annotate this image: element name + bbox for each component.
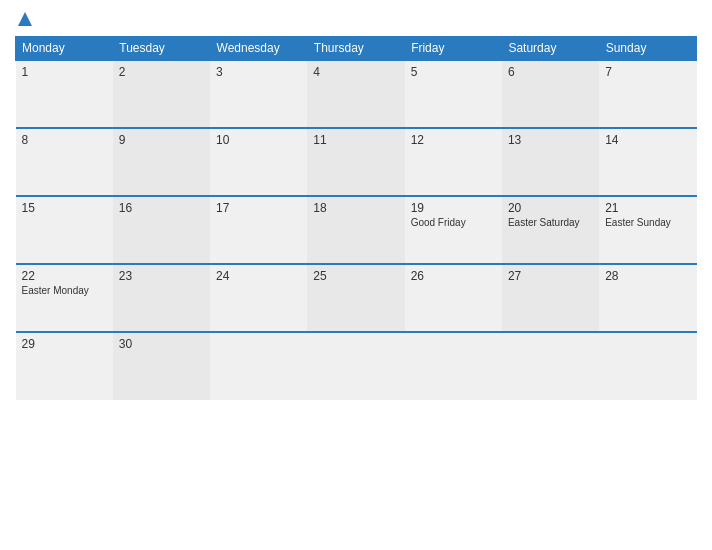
header: [15, 10, 697, 28]
calendar-cell: [502, 332, 599, 400]
holiday-name: Easter Saturday: [508, 217, 593, 229]
weekday-header: Wednesday: [210, 37, 307, 61]
calendar-cell: 19Good Friday: [405, 196, 502, 264]
calendar-cell: [210, 332, 307, 400]
calendar-cell: 21Easter Sunday: [599, 196, 696, 264]
calendar-body: 12345678910111213141516171819Good Friday…: [16, 60, 697, 400]
day-number: 12: [411, 133, 496, 147]
day-number: 4: [313, 65, 398, 79]
calendar-cell: 27: [502, 264, 599, 332]
day-number: 15: [22, 201, 107, 215]
calendar-cell: 17: [210, 196, 307, 264]
calendar-cell: 2: [113, 60, 210, 128]
calendar-cell: 4: [307, 60, 404, 128]
weekday-header: Saturday: [502, 37, 599, 61]
day-number: 22: [22, 269, 107, 283]
day-number: 24: [216, 269, 301, 283]
calendar-cell: 29: [16, 332, 113, 400]
calendar-cell: 18: [307, 196, 404, 264]
calendar-cell: 12: [405, 128, 502, 196]
day-number: 17: [216, 201, 301, 215]
calendar-table: MondayTuesdayWednesdayThursdayFridaySatu…: [15, 36, 697, 400]
day-number: 27: [508, 269, 593, 283]
day-number: 1: [22, 65, 107, 79]
day-number: 19: [411, 201, 496, 215]
calendar-week-row: 2930: [16, 332, 697, 400]
calendar-cell: 5: [405, 60, 502, 128]
holiday-name: Easter Sunday: [605, 217, 690, 229]
calendar-cell: 6: [502, 60, 599, 128]
calendar-cell: 13: [502, 128, 599, 196]
day-number: 5: [411, 65, 496, 79]
weekday-header: Tuesday: [113, 37, 210, 61]
weekday-header: Thursday: [307, 37, 404, 61]
calendar-cell: 10: [210, 128, 307, 196]
day-number: 21: [605, 201, 690, 215]
day-number: 23: [119, 269, 204, 283]
day-number: 26: [411, 269, 496, 283]
calendar-header: MondayTuesdayWednesdayThursdayFridaySatu…: [16, 37, 697, 61]
day-number: 16: [119, 201, 204, 215]
calendar-cell: [405, 332, 502, 400]
day-number: 25: [313, 269, 398, 283]
svg-marker-0: [18, 12, 32, 26]
day-number: 9: [119, 133, 204, 147]
holiday-name: Easter Monday: [22, 285, 107, 297]
day-number: 10: [216, 133, 301, 147]
calendar-cell: 26: [405, 264, 502, 332]
calendar-cell: 3: [210, 60, 307, 128]
holiday-name: Good Friday: [411, 217, 496, 229]
calendar-cell: 23: [113, 264, 210, 332]
calendar-cell: 22Easter Monday: [16, 264, 113, 332]
calendar-week-row: 891011121314: [16, 128, 697, 196]
day-number: 6: [508, 65, 593, 79]
day-number: 2: [119, 65, 204, 79]
calendar-cell: 25: [307, 264, 404, 332]
calendar-cell: 8: [16, 128, 113, 196]
calendar-cell: 11: [307, 128, 404, 196]
calendar-cell: 16: [113, 196, 210, 264]
calendar-cell: 20Easter Saturday: [502, 196, 599, 264]
day-number: 18: [313, 201, 398, 215]
calendar-cell: [307, 332, 404, 400]
day-number: 11: [313, 133, 398, 147]
day-number: 13: [508, 133, 593, 147]
weekday-header: Friday: [405, 37, 502, 61]
calendar-cell: 30: [113, 332, 210, 400]
calendar-week-row: 1516171819Good Friday20Easter Saturday21…: [16, 196, 697, 264]
day-number: 3: [216, 65, 301, 79]
calendar-week-row: 1234567: [16, 60, 697, 128]
weekday-row: MondayTuesdayWednesdayThursdayFridaySatu…: [16, 37, 697, 61]
day-number: 28: [605, 269, 690, 283]
calendar-cell: 15: [16, 196, 113, 264]
calendar-cell: 1: [16, 60, 113, 128]
calendar-page: MondayTuesdayWednesdayThursdayFridaySatu…: [0, 0, 712, 550]
calendar-cell: [599, 332, 696, 400]
calendar-cell: 14: [599, 128, 696, 196]
day-number: 7: [605, 65, 690, 79]
weekday-header: Monday: [16, 37, 113, 61]
day-number: 30: [119, 337, 204, 351]
calendar-cell: 24: [210, 264, 307, 332]
calendar-cell: 28: [599, 264, 696, 332]
calendar-cell: 9: [113, 128, 210, 196]
weekday-header: Sunday: [599, 37, 696, 61]
calendar-week-row: 22Easter Monday232425262728: [16, 264, 697, 332]
day-number: 8: [22, 133, 107, 147]
logo-icon: [16, 10, 34, 28]
logo: [15, 10, 35, 28]
day-number: 20: [508, 201, 593, 215]
calendar-cell: 7: [599, 60, 696, 128]
day-number: 14: [605, 133, 690, 147]
day-number: 29: [22, 337, 107, 351]
